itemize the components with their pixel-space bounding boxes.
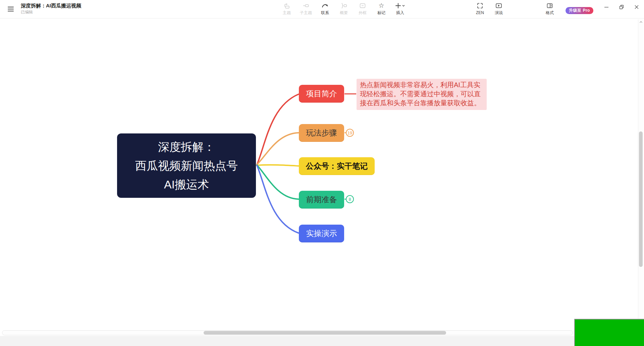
document-meta: 深度拆解：AI西瓜搬运视频 已编辑 — [21, 3, 81, 15]
format-icon — [546, 2, 553, 9]
topic-demo[interactable]: 实操演示 — [299, 225, 344, 242]
titlebar: 深度拆解：AI西瓜搬运视频 已编辑 主题 子主题 — [0, 0, 644, 18]
toolbar-marker-button[interactable]: ☆ 标记 — [376, 2, 387, 15]
horizontal-scrollbar-thumb[interactable] — [204, 331, 446, 335]
relationship-icon — [322, 2, 328, 9]
collapsed-count-badge[interactable]: 19 — [346, 129, 354, 137]
toolbar-boundary-button[interactable]: 外框 — [357, 2, 368, 15]
boundary-icon — [359, 2, 366, 9]
toolbar-center: 主题 子主题 联系 — [281, 2, 406, 15]
root-topic-text: 深度拆解： 西瓜视频新闻热点号 AI搬运术 — [135, 137, 238, 194]
zen-mode-button[interactable]: ZEN — [474, 2, 486, 15]
toolbar-topic-button[interactable]: 主题 — [281, 2, 292, 15]
topic-project-intro[interactable]: 项目简介 — [299, 85, 344, 103]
root-topic[interactable]: 深度拆解： 西瓜视频新闻热点号 AI搬运术 — [117, 133, 256, 198]
insert-icon — [395, 2, 405, 9]
menu-button[interactable] — [5, 4, 17, 14]
window-controls — [599, 0, 644, 14]
minimize-icon — [603, 4, 609, 10]
toolbar-relationship-button[interactable]: 联系 — [319, 2, 331, 15]
toolbar-format: 格式 — [544, 2, 555, 15]
present-icon — [495, 2, 502, 9]
chevron-down-icon — [402, 4, 405, 7]
horizontal-scrollbar[interactable] — [2, 330, 573, 335]
topic-wechat-account[interactable]: 公众号：实干笔记 — [299, 157, 375, 175]
scroll-up-arrow-icon[interactable] — [639, 20, 643, 24]
hamburger-icon — [7, 6, 14, 12]
upgrade-pro-button[interactable]: 升级至 Pro — [566, 7, 593, 14]
format-panel-button[interactable]: 格式 — [544, 2, 555, 15]
document-title: 深度拆解：AI西瓜搬运视频 — [21, 3, 81, 9]
screen-capture-overlay — [574, 319, 644, 346]
mindmap-canvas[interactable] — [0, 19, 644, 336]
topic-preparation[interactable]: 前期准备 — [299, 191, 344, 209]
close-icon — [634, 4, 640, 10]
summary-icon — [340, 2, 347, 9]
topic-icon — [283, 2, 290, 9]
minimize-button[interactable] — [599, 0, 614, 14]
toolbar-right: ZEN 演说 — [474, 2, 504, 15]
document-status: 已编辑 — [21, 9, 81, 15]
topic-gameplay-steps[interactable]: 玩法步骤 — [299, 124, 344, 142]
collapsed-count-badge[interactable]: 8 — [346, 195, 354, 203]
toolbar-subtopic-button[interactable]: 子主题 — [300, 2, 312, 15]
present-button[interactable]: 演说 — [493, 2, 504, 15]
toolbar-insert-button[interactable]: 插入 — [394, 2, 406, 15]
toolbar-summary-button[interactable]: 概要 — [338, 2, 350, 15]
bottom-strip — [0, 336, 644, 346]
subtopic-icon — [303, 2, 309, 9]
topic-note[interactable]: 热点新闻视频非常容易火，利用AI工具实现轻松搬运。不需要通过中视频，可以直接在西… — [357, 79, 487, 110]
zen-icon — [477, 2, 483, 9]
restore-icon — [619, 4, 625, 10]
vertical-scrollbar-thumb[interactable] — [639, 131, 643, 267]
vertical-scrollbar[interactable] — [638, 19, 643, 336]
marker-icon: ☆ — [378, 2, 384, 9]
restore-button[interactable] — [614, 0, 629, 14]
close-button[interactable] — [629, 0, 644, 14]
